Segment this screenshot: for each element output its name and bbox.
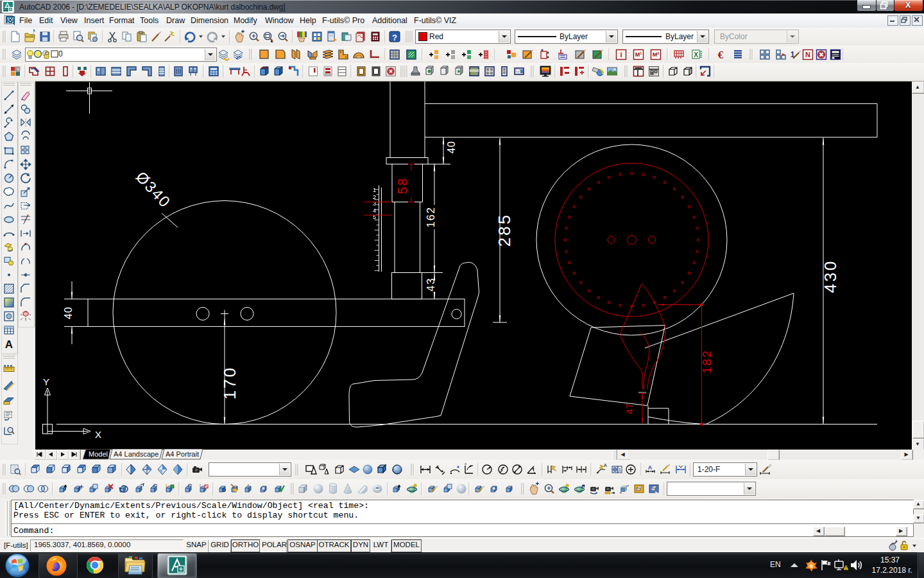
svg-text:i: i xyxy=(620,51,622,58)
svg-text:430: 430 xyxy=(821,259,840,293)
svg-text:40: 40 xyxy=(63,306,74,319)
svg-text:X: X xyxy=(694,51,698,58)
svg-text:!: ! xyxy=(846,566,847,570)
svg-text:X: X xyxy=(95,429,101,440)
svg-text:A: A xyxy=(648,464,653,471)
svg-text:40: 40 xyxy=(446,141,457,153)
svg-text:€: € xyxy=(718,49,724,61)
svg-text:58: 58 xyxy=(395,177,409,194)
svg-text:A4 Portrait: A4 Portrait xyxy=(166,450,199,458)
svg-text:Model: Model xyxy=(89,450,108,458)
svg-text:Ø340: Ø340 xyxy=(133,168,175,211)
svg-text:Y: Y xyxy=(43,376,49,387)
svg-text:1: 1 xyxy=(373,187,376,193)
svg-text:x: x xyxy=(465,462,466,466)
svg-text:?: ? xyxy=(392,33,397,42)
svg-text:A4 Landscape: A4 Landscape xyxy=(114,450,158,458)
svg-text:182: 182 xyxy=(700,349,714,374)
svg-text:43: 43 xyxy=(425,277,437,292)
svg-text:M²: M² xyxy=(653,51,660,58)
svg-text:3: 3 xyxy=(373,200,376,207)
svg-text:4: 4 xyxy=(373,207,376,214)
svg-text:N: N xyxy=(805,51,810,58)
svg-text:47: 47 xyxy=(624,403,635,414)
svg-text:170: 170 xyxy=(220,366,239,399)
svg-text:162: 162 xyxy=(425,207,437,228)
svg-text:A: A xyxy=(604,463,607,468)
svg-text:285: 285 xyxy=(495,213,514,247)
svg-text:M¹: M¹ xyxy=(635,51,642,58)
svg-text:2: 2 xyxy=(373,194,376,200)
svg-text:1: 1 xyxy=(619,467,622,473)
svg-text:A: A xyxy=(5,338,13,351)
